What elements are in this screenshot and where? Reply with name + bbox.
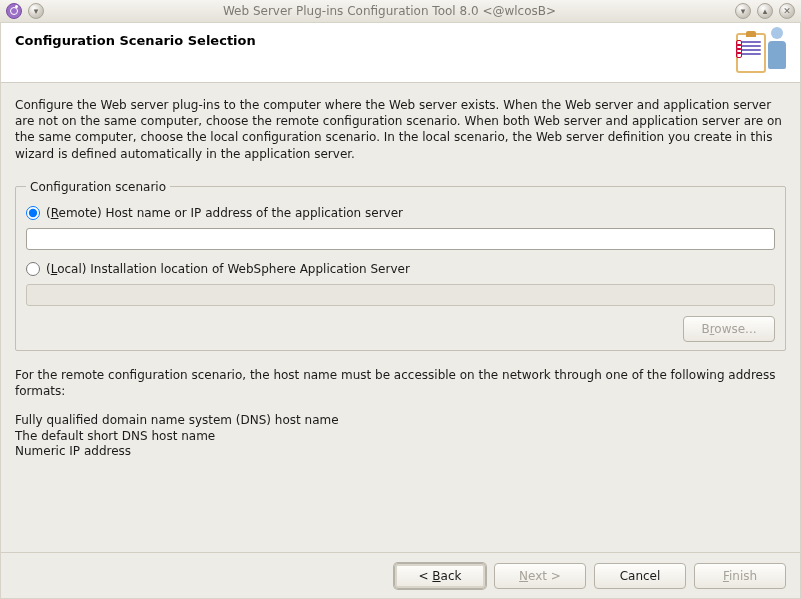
remote-label-rest: emote) Host name or IP address of the ap…	[59, 206, 404, 220]
cancel-button[interactable]: Cancel	[594, 563, 686, 589]
titlebar: ▾ Web Server Plug-ins Configuration Tool…	[0, 0, 801, 23]
footnote-text: For the remote configuration scenario, t…	[15, 367, 786, 399]
remote-label-mnemonic: R	[51, 206, 59, 220]
remote-option-row: (Remote) Host name or IP address of the …	[26, 206, 775, 220]
wizard-header: Configuration Scenario Selection	[1, 23, 800, 83]
next-button: Next >	[494, 563, 586, 589]
remote-radio-label[interactable]: (Remote) Host name or IP address of the …	[46, 206, 403, 220]
close-icon: ✕	[783, 7, 791, 16]
browse-button: Browse...	[683, 316, 775, 342]
finish-button: Finish	[694, 563, 786, 589]
chevron-down-icon: ▾	[34, 7, 39, 16]
person-icon	[768, 27, 786, 73]
close-button[interactable]: ✕	[779, 3, 795, 19]
finish-label-rest: inish	[729, 569, 757, 583]
local-path-input	[26, 284, 775, 306]
intro-text: Configure the Web server plug-ins to the…	[15, 97, 786, 162]
next-label-mnemonic: N	[519, 569, 528, 583]
wizard-content: Configure the Web server plug-ins to the…	[1, 83, 800, 552]
minimize-icon: ▾	[741, 7, 746, 16]
wizard-dialog: Configuration Scenario Selection Configu…	[0, 22, 801, 599]
back-label-mnemonic: B	[432, 569, 440, 583]
format-dns-short: The default short DNS host name	[15, 429, 215, 443]
wizard-banner-art	[736, 27, 786, 73]
local-label-rest: ocal) Installation location of WebSphere…	[57, 262, 410, 276]
window-title: Web Server Plug-ins Configuration Tool 8…	[50, 4, 729, 18]
wizard-footer: < Back Next > Cancel Finish	[1, 552, 800, 598]
maximize-button[interactable]: ▴	[757, 3, 773, 19]
next-label-rest: ext >	[528, 569, 561, 583]
local-radio-label[interactable]: (Local) Installation location of WebSphe…	[46, 262, 410, 276]
group-legend: Configuration scenario	[26, 180, 170, 194]
app-icon	[6, 3, 22, 19]
back-button[interactable]: < Back	[394, 563, 486, 589]
minimize-button[interactable]: ▾	[735, 3, 751, 19]
local-radio[interactable]	[26, 262, 40, 276]
format-ip: Numeric IP address	[15, 444, 131, 458]
configuration-scenario-group: Configuration scenario (Remote) Host nam…	[15, 180, 786, 351]
format-list: Fully qualified domain name system (DNS)…	[15, 413, 786, 460]
format-dns-full: Fully qualified domain name system (DNS)…	[15, 413, 339, 427]
browse-label-prefix: B	[701, 322, 709, 336]
browse-label-rest: owse...	[714, 322, 756, 336]
local-option-row: (Local) Installation location of WebSphe…	[26, 262, 775, 276]
maximize-icon: ▴	[763, 7, 768, 16]
back-label-prefix: <	[418, 569, 432, 583]
remote-radio[interactable]	[26, 206, 40, 220]
window-menu-button[interactable]: ▾	[28, 3, 44, 19]
page-title: Configuration Scenario Selection	[15, 33, 786, 48]
clipboard-icon	[736, 33, 766, 73]
remote-host-input[interactable]	[26, 228, 775, 250]
back-label-rest: ack	[441, 569, 462, 583]
